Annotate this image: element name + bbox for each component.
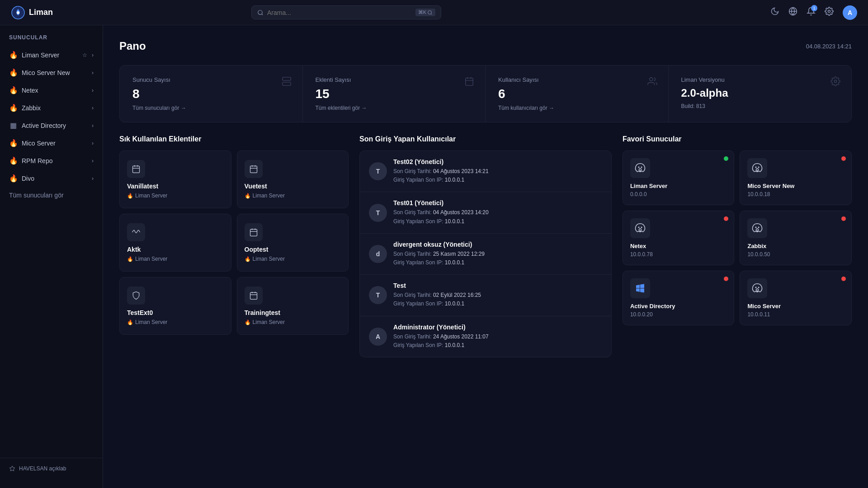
- login-info: Test02 (Yönetici) Son Giriş Tarihi: 04 A…: [393, 158, 489, 184]
- chevron-right-icon: ›: [92, 105, 94, 111]
- sidebar-item-mico-server[interactable]: 🔥 Mico Server ›: [0, 134, 103, 152]
- ext-server: 🔥 Liman Server: [245, 319, 341, 325]
- favorites-grid: Liman Server 0.0.0.0 Mico Server: [623, 150, 852, 325]
- svg-rect-30: [250, 292, 257, 299]
- svg-point-37: [758, 167, 760, 168]
- stat-label-eklenti: Eklenti Sayısı: [316, 76, 473, 83]
- dark-mode-icon[interactable]: [770, 7, 779, 18]
- ext-card-aktk[interactable]: Aktk 🔥 Liman Server: [119, 214, 231, 272]
- status-dot-red: [841, 156, 846, 161]
- ext-server: 🔥 Liman Server: [127, 319, 224, 325]
- svg-point-6: [828, 10, 830, 13]
- chevron-right-icon: ›: [92, 52, 94, 58]
- extensions-title: Sık Kullanılan Eklentiler: [119, 135, 349, 143]
- stat-card-version: Liman Versiyonu 2.0-alpha Build: 813: [669, 66, 852, 122]
- flame-icon: 🔥: [9, 156, 17, 165]
- windows-icon: [630, 278, 650, 298]
- svg-point-35: [641, 167, 642, 168]
- sidebar-item-netex[interactable]: 🔥 Netex ›: [0, 81, 103, 99]
- sidebar-title: Sunucular: [0, 34, 103, 46]
- stat-value-eklenti: 15: [316, 87, 473, 101]
- sidebar-item-rpm-repo[interactable]: 🔥 RPM Repo ›: [0, 152, 103, 169]
- svg-point-42: [755, 287, 757, 288]
- svg-rect-22: [250, 166, 257, 173]
- login-item-test[interactable]: T Test Son Giriş Tarihi: 02 Eylül 2022 1…: [360, 275, 611, 316]
- sidebar-item-label: Mico Server New: [22, 69, 87, 76]
- login-name: Test02 (Yönetici): [393, 158, 489, 165]
- login-item-test01[interactable]: T Test01 (Yönetici) Son Giriş Tarihi: 04…: [360, 192, 611, 233]
- svg-rect-9: [282, 82, 290, 85]
- fav-ip: 0.0.0.0: [630, 191, 727, 197]
- ext-server: 🔥 Liman Server: [245, 192, 341, 199]
- svg-rect-26: [250, 229, 257, 236]
- stat-card-sunucu: Sunucu Sayısı 8 Tüm sunucuları gör →: [120, 66, 303, 122]
- ext-icon-calendar: [127, 160, 145, 178]
- fav-card-mico-server[interactable]: Mico Server 10.0.0.11: [740, 271, 852, 325]
- stat-card-kullanici: Kullanıcı Sayısı 6 Tüm kullanıcıları gör…: [486, 66, 669, 122]
- ext-card-ooptest[interactable]: Ooptest 🔥 Liman Server: [237, 214, 349, 272]
- chevron-right-icon: ›: [92, 158, 94, 164]
- user-avatar[interactable]: A: [843, 5, 857, 20]
- notification-icon[interactable]: 1: [807, 7, 816, 18]
- stat-link-sunucu[interactable]: Tüm sunucuları gör →: [132, 105, 290, 111]
- server-icon: [282, 76, 292, 89]
- topnav: Liman ⌘K 1: [0, 0, 868, 25]
- grid-icon: ▦: [9, 121, 17, 130]
- ext-card-vuetest[interactable]: Vuetest 🔥 Liman Server: [237, 150, 349, 208]
- settings-icon[interactable]: [825, 7, 834, 18]
- notification-badge: 1: [811, 5, 817, 11]
- svg-point-16: [649, 78, 652, 81]
- linux-icon: [630, 218, 650, 238]
- svg-rect-18: [133, 166, 140, 173]
- gear-icon: [830, 76, 840, 89]
- logo-text: Liman: [29, 8, 53, 17]
- fav-card-active-directory[interactable]: Active Directory 10.0.0.20: [623, 271, 735, 325]
- logins-title: Son Giriş Yapan Kullanıcılar: [359, 135, 612, 143]
- sidebar-item-liman-server[interactable]: 🔥 Liman Server ☆ ›: [0, 46, 103, 64]
- sidebar-item-active-directory[interactable]: ▦ Active Directory ›: [0, 117, 103, 134]
- sidebar-item-mico-server-new[interactable]: 🔥 Mico Server New ›: [0, 64, 103, 81]
- stat-label-kullanici: Kullanıcı Sayısı: [498, 76, 656, 83]
- sidebar-item-label: Mico Server: [22, 140, 87, 147]
- svg-point-3: [428, 10, 432, 14]
- sidebar-item-divo[interactable]: 🔥 Divo ›: [0, 169, 103, 187]
- stat-value-kullanici: 6: [498, 87, 656, 101]
- favorites-title: Favori Sunucular: [623, 135, 852, 143]
- fav-card-mico-server-new[interactable]: Mico Server New 10.0.0.18: [740, 150, 852, 205]
- fav-card-liman-server[interactable]: Liman Server 0.0.0.0: [623, 150, 735, 205]
- ext-card-trainingtest[interactable]: Trainingtest 🔥 Liman Server: [237, 277, 349, 335]
- search-input[interactable]: [267, 9, 412, 16]
- globe-icon[interactable]: [788, 7, 797, 18]
- fav-ip: 10.0.0.78: [630, 251, 727, 258]
- login-meta: Son Giriş Tarihi: 02 Eylül 2022 16:25 Gi…: [393, 291, 481, 308]
- datetime: 04.08.2023 14:21: [806, 43, 852, 50]
- login-info: Test Son Giriş Tarihi: 02 Eylül 2022 16:…: [393, 282, 481, 308]
- fav-card-zabbix[interactable]: Zabbix 10.0.0.50: [740, 211, 852, 265]
- login-name: Test01 (Yönetici): [393, 199, 489, 206]
- svg-point-43: [758, 287, 760, 288]
- sidebar-item-zabbix[interactable]: 🔥 Zabbix ›: [0, 99, 103, 117]
- sidebar-item-label: Active Directory: [22, 122, 87, 129]
- star-icon[interactable]: ☆: [82, 52, 87, 58]
- status-dot-green: [724, 156, 728, 161]
- login-meta: Son Giriş Tarihi: 24 Ağustos 2022 11:07 …: [393, 333, 489, 350]
- logins-section: Son Giriş Yapan Kullanıcılar T Test02 (Y…: [359, 135, 612, 357]
- ext-name: Vuetest: [245, 183, 341, 190]
- extensions-section: Sık Kullanılan Eklentiler Vanillatest 🔥 …: [119, 135, 349, 357]
- ext-card-vanillatest[interactable]: Vanillatest 🔥 Liman Server: [119, 150, 231, 208]
- stat-link-kullanici[interactable]: Tüm kullanıcıları gör →: [498, 105, 656, 111]
- logo[interactable]: Liman: [11, 5, 83, 20]
- search-bar[interactable]: ⌘K: [251, 5, 441, 19]
- login-item-administrator[interactable]: A Administrator (Yönetici) Son Giriş Tar…: [360, 316, 611, 357]
- layout: Sunucular 🔥 Liman Server ☆ › 🔥 Mico Serv…: [0, 25, 868, 488]
- stat-link-eklenti[interactable]: Tüm eklentileri gör →: [316, 105, 473, 111]
- login-item-divergent[interactable]: d divergent oksuz (Yönetici) Son Giriş T…: [360, 234, 611, 275]
- ext-card-testext0[interactable]: TestExt0 🔥 Liman Server: [119, 277, 231, 335]
- flame-icon: 🔥: [9, 51, 17, 59]
- login-item-test02[interactable]: T Test02 (Yönetici) Son Giriş Tarihi: 04…: [360, 151, 611, 192]
- see-all-servers[interactable]: Tüm sunucuları gör: [0, 187, 103, 203]
- login-meta: Son Giriş Tarihi: 04 Ağustos 2023 14:20 …: [393, 208, 489, 225]
- fav-card-netex[interactable]: Netex 10.0.0.78: [623, 211, 735, 265]
- ext-server: 🔥 Liman Server: [245, 256, 341, 262]
- fav-name: Liman Server: [630, 183, 727, 189]
